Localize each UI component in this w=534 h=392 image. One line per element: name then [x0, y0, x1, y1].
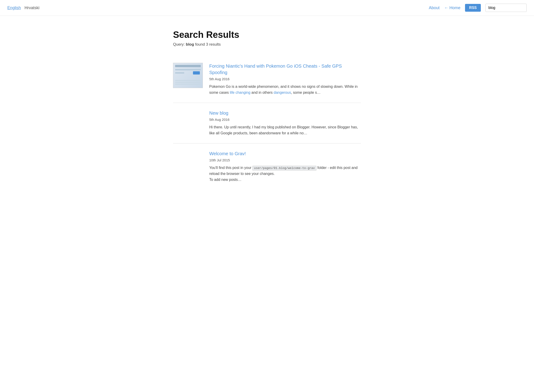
inline-code: user/pages/01.blog/welcome-to-grav	[252, 166, 316, 171]
site-header: English Hrvatski About ← Home RSS	[0, 0, 534, 16]
about-link[interactable]: About	[429, 5, 440, 10]
result-excerpt: Hi there. Up until recently, I had my bl…	[209, 124, 361, 136]
result-content: Forcing Niantic's Hand with Pokemon Go i…	[209, 63, 361, 96]
thumb-btn	[193, 71, 200, 75]
query-suffix: found 3 results	[195, 42, 221, 47]
thumb-bar	[175, 72, 184, 74]
result-thumbnail	[173, 63, 203, 88]
result-date: 5th Aug 2016	[209, 118, 361, 121]
result-content: New blog 5th Aug 2016 Hi there. Up until…	[173, 110, 361, 136]
nav-left: English Hrvatski	[7, 5, 39, 10]
lang-english[interactable]: English	[7, 5, 21, 10]
excerpt-link[interactable]: life changing	[230, 91, 251, 94]
result-excerpt: You'll find this post in your user/pages…	[209, 165, 361, 183]
thumb-line	[175, 80, 201, 81]
query-term: blog	[186, 42, 194, 47]
excerpt-link[interactable]: dangerous	[274, 91, 291, 94]
thumb-line	[175, 84, 201, 84]
page-title: Search Results	[173, 30, 361, 40]
result-title-link[interactable]: Welcome to Grav!	[209, 150, 361, 157]
thumb-lines	[175, 80, 201, 85]
search-input[interactable]	[485, 4, 527, 12]
result-excerpt: Pokemon Go is a world-wide phenomenon, a…	[209, 84, 361, 96]
result-date: 5th Aug 2016	[209, 77, 361, 81]
result-date: 10th Jul 2015	[209, 158, 361, 162]
query-prefix: Query:	[173, 42, 185, 47]
thumbnail-image	[173, 63, 203, 88]
home-link[interactable]: ← Home	[444, 5, 460, 10]
result-item: New blog 5th Aug 2016 Hi there. Up until…	[173, 103, 361, 144]
result-title-link[interactable]: Forcing Niantic's Hand with Pokemon Go i…	[209, 63, 361, 76]
result-item: Forcing Niantic's Hand with Pokemon Go i…	[173, 56, 361, 103]
result-content: Welcome to Grav! 10th Jul 2015 You'll fi…	[173, 150, 361, 183]
result-item: Welcome to Grav! 10th Jul 2015 You'll fi…	[173, 144, 361, 190]
result-title-link[interactable]: New blog	[209, 110, 361, 116]
nav-right: About ← Home RSS	[429, 4, 527, 12]
query-line: Query: blog found 3 results	[173, 42, 361, 47]
main-content: Search Results Query: blog found 3 resul…	[168, 16, 366, 204]
rss-button[interactable]: RSS	[465, 4, 481, 12]
lang-hrvatski[interactable]: Hrvatski	[24, 5, 39, 10]
thumb-line	[175, 82, 201, 83]
